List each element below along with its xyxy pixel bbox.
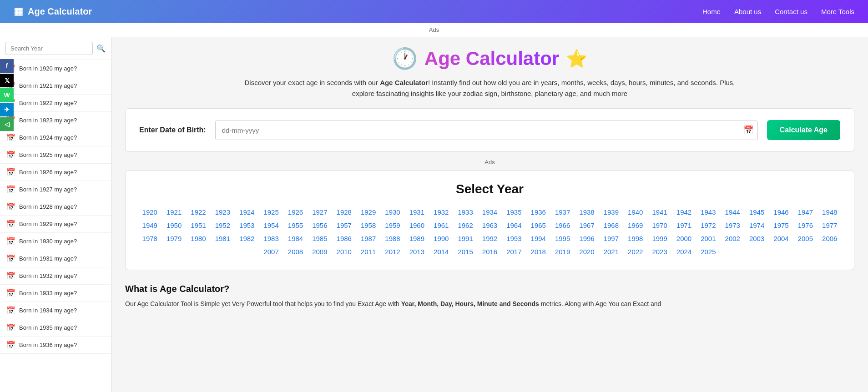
- sidebar-item[interactable]: 📅Born in 1936 my age?: [0, 337, 111, 354]
- year-link[interactable]: 1997: [599, 232, 623, 245]
- year-link[interactable]: 1925: [259, 206, 283, 219]
- year-link[interactable]: 1978: [138, 232, 162, 245]
- year-link[interactable]: 1934: [478, 206, 502, 219]
- year-link[interactable]: 1941: [647, 206, 671, 219]
- year-link[interactable]: 1920: [138, 206, 162, 219]
- year-link[interactable]: 1948: [818, 206, 842, 219]
- year-link[interactable]: 1939: [599, 206, 623, 219]
- year-link[interactable]: 2016: [478, 245, 502, 258]
- year-link[interactable]: 1982: [235, 232, 259, 245]
- year-link[interactable]: 1933: [453, 206, 477, 219]
- year-link[interactable]: 1958: [356, 219, 380, 232]
- year-link[interactable]: 1944: [721, 206, 745, 219]
- year-link[interactable]: 1986: [332, 232, 356, 245]
- year-link[interactable]: 1991: [453, 232, 477, 245]
- year-link[interactable]: 2004: [769, 232, 793, 245]
- year-link[interactable]: 1990: [429, 232, 453, 245]
- year-link[interactable]: 1967: [575, 219, 599, 232]
- year-link[interactable]: 2011: [356, 245, 380, 258]
- year-link[interactable]: 2002: [721, 232, 745, 245]
- facebook-share[interactable]: f: [0, 59, 14, 73]
- home-link[interactable]: Home: [702, 8, 721, 15]
- year-link[interactable]: 1988: [380, 232, 404, 245]
- year-link[interactable]: 1972: [696, 219, 720, 232]
- year-link[interactable]: 1999: [647, 232, 671, 245]
- year-link[interactable]: 2024: [672, 245, 696, 258]
- year-link[interactable]: 1956: [308, 219, 332, 232]
- year-link[interactable]: 1962: [453, 219, 477, 232]
- sidebar-item[interactable]: 📅Born in 1928 my age?: [0, 198, 111, 216]
- year-link[interactable]: 2009: [308, 245, 332, 258]
- year-link[interactable]: 1947: [793, 206, 818, 219]
- sidebar-item[interactable]: 📅Born in 1925 my age?: [0, 146, 111, 164]
- year-link[interactable]: 1921: [162, 206, 186, 219]
- year-link[interactable]: 2010: [332, 245, 356, 258]
- year-link[interactable]: 1930: [380, 206, 404, 219]
- year-link[interactable]: 1989: [405, 232, 429, 245]
- year-link[interactable]: 1923: [211, 206, 235, 219]
- year-link[interactable]: 2019: [550, 245, 575, 258]
- date-of-birth-input[interactable]: [215, 121, 758, 140]
- year-link[interactable]: 2017: [502, 245, 526, 258]
- year-link[interactable]: 2020: [575, 245, 599, 258]
- year-link[interactable]: 2012: [380, 245, 404, 258]
- year-link[interactable]: 1927: [308, 206, 332, 219]
- year-link[interactable]: 1936: [526, 206, 550, 219]
- year-link[interactable]: 1984: [283, 232, 308, 245]
- year-link[interactable]: 2000: [672, 232, 696, 245]
- year-link[interactable]: 1955: [283, 219, 308, 232]
- year-link[interactable]: 1995: [550, 232, 575, 245]
- year-link[interactable]: 1928: [332, 206, 356, 219]
- year-link[interactable]: 1974: [745, 219, 769, 232]
- search-icon[interactable]: 🔍: [96, 44, 106, 53]
- year-link[interactable]: 1951: [186, 219, 210, 232]
- year-link[interactable]: 2018: [526, 245, 550, 258]
- year-link[interactable]: 1968: [599, 219, 623, 232]
- year-link[interactable]: 2013: [405, 245, 429, 258]
- year-link[interactable]: 2021: [599, 245, 623, 258]
- year-link[interactable]: 1985: [308, 232, 332, 245]
- year-link[interactable]: 2015: [453, 245, 477, 258]
- whatsapp-share[interactable]: W: [0, 88, 14, 102]
- sidebar-item[interactable]: 📅Born in 1931 my age?: [0, 250, 111, 267]
- year-link[interactable]: 1946: [769, 206, 793, 219]
- sidebar-item[interactable]: 📅Born in 1930 my age?: [0, 233, 111, 250]
- year-link[interactable]: 2005: [793, 232, 818, 245]
- year-link[interactable]: 1994: [526, 232, 550, 245]
- year-link[interactable]: 1950: [162, 219, 186, 232]
- sidebar-item[interactable]: 📅Born in 1922 my age?: [0, 95, 111, 112]
- calendar-icon[interactable]: 📅: [743, 125, 753, 135]
- year-link[interactable]: 1937: [550, 206, 575, 219]
- year-link[interactable]: 1945: [745, 206, 769, 219]
- sidebar-item[interactable]: 📅Born in 1934 my age?: [0, 302, 111, 319]
- telegram-share[interactable]: ✈: [0, 103, 14, 116]
- year-link[interactable]: 1954: [259, 219, 283, 232]
- year-link[interactable]: 1943: [696, 206, 720, 219]
- year-link[interactable]: 1993: [502, 232, 526, 245]
- year-link[interactable]: 1961: [429, 219, 453, 232]
- year-link[interactable]: 1969: [623, 219, 647, 232]
- year-link[interactable]: 1935: [502, 206, 526, 219]
- sidebar-item[interactable]: 📅Born in 1933 my age?: [0, 285, 111, 302]
- year-link[interactable]: 1957: [332, 219, 356, 232]
- sidebar-item[interactable]: 📅Born in 1924 my age?: [0, 129, 111, 146]
- sidebar-item[interactable]: 📅Born in 1929 my age?: [0, 216, 111, 233]
- year-link[interactable]: 2014: [429, 245, 453, 258]
- share-button[interactable]: ◁: [0, 117, 14, 131]
- year-link[interactable]: 1922: [186, 206, 210, 219]
- year-link[interactable]: 1966: [550, 219, 575, 232]
- year-link[interactable]: 1996: [575, 232, 599, 245]
- calculate-age-button[interactable]: Calculate Age: [767, 120, 840, 140]
- year-link[interactable]: 1987: [356, 232, 380, 245]
- year-link[interactable]: 1976: [793, 219, 818, 232]
- year-link[interactable]: 1949: [138, 219, 162, 232]
- year-link[interactable]: 1932: [429, 206, 453, 219]
- year-link[interactable]: 1983: [259, 232, 283, 245]
- year-link[interactable]: 1952: [211, 219, 235, 232]
- year-link[interactable]: 2003: [745, 232, 769, 245]
- sidebar-item[interactable]: 📅Born in 1927 my age?: [0, 181, 111, 198]
- year-link[interactable]: 1992: [478, 232, 502, 245]
- year-link[interactable]: 1924: [235, 206, 259, 219]
- year-link[interactable]: 1980: [186, 232, 210, 245]
- twitter-share[interactable]: 𝕏: [0, 74, 14, 87]
